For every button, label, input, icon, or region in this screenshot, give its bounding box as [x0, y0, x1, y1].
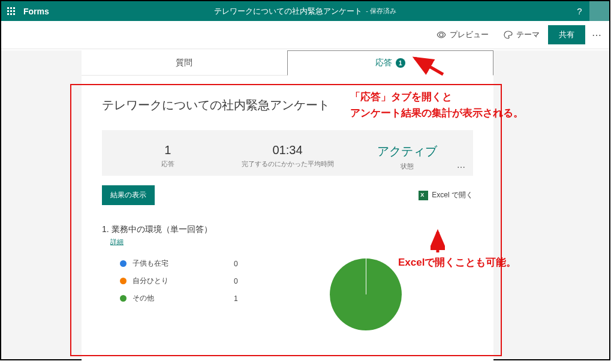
swatch-icon: [120, 295, 127, 302]
stat-responses: 1 応答: [108, 143, 228, 171]
share-button[interactable]: 共有: [548, 25, 585, 44]
stat-status-label: 状態: [347, 162, 467, 171]
stat-avg-time-value: 01:34: [228, 143, 348, 157]
pie-chart: [258, 258, 473, 330]
app-name[interactable]: Forms: [23, 7, 49, 16]
toolbar: プレビュー テーマ 共有 ⋯: [1, 21, 609, 49]
help-icon[interactable]: ?: [570, 1, 589, 21]
preview-label: プレビュー: [450, 29, 489, 40]
stat-responses-value: 1: [108, 143, 228, 157]
legend-label: その他: [133, 293, 234, 303]
chart-legend: 子供も在宅 0 自分ひとり 0 その他 1: [102, 258, 258, 330]
more-icon[interactable]: ⋯: [588, 26, 606, 44]
form-title: テレワークについての社内緊急アンケート: [102, 97, 473, 113]
legend-value: 1: [234, 294, 258, 303]
legend-item-1: 自分ひとり 0: [120, 276, 258, 286]
tab-questions[interactable]: 質問: [82, 50, 287, 75]
canvas-background: 質問 応答 1 テレワークについての社内緊急アンケート 1 応答: [1, 50, 609, 359]
stat-avg-time-label: 完了するのにかかった平均時間: [228, 160, 348, 169]
stat-status: アクティブ 状態: [347, 143, 467, 171]
app-header: Forms テレワークについての社内緊急アンケート - 保存済み ?: [1, 1, 609, 21]
stat-avg-time: 01:34 完了するのにかかった平均時間: [228, 143, 348, 171]
open-in-excel-button[interactable]: Excel で開く: [419, 190, 473, 200]
legend-label: 子供も在宅: [133, 258, 234, 269]
legend-item-0: 子供も在宅 0: [120, 258, 258, 269]
open-in-excel-label: Excel で開く: [432, 190, 473, 200]
eye-icon: [437, 31, 446, 38]
stat-responses-label: 応答: [108, 160, 228, 169]
doc-title[interactable]: テレワークについての社内緊急アンケート: [214, 6, 362, 17]
tabs: 質問 応答 1: [82, 50, 493, 76]
pie-slice-other: [330, 258, 402, 330]
legend-value: 0: [234, 260, 258, 268]
legend-value: 0: [234, 277, 258, 285]
question-1: 1. 業務中の環境（単一回答） 詳細 子供も在宅 0 自分ひとり: [102, 224, 473, 330]
doc-title-wrap: テレワークについての社内緊急アンケート - 保存済み: [214, 6, 396, 17]
user-avatar[interactable]: [589, 1, 609, 21]
legend-label: 自分ひとり: [133, 276, 234, 286]
theme-button[interactable]: テーマ: [497, 26, 546, 44]
swatch-icon: [120, 260, 127, 267]
screenshot-frame: Forms テレワークについての社内緊急アンケート - 保存済み ? プレビュー…: [0, 0, 610, 360]
palette-icon: [503, 31, 513, 39]
tab-questions-label: 質問: [176, 58, 192, 68]
tab-responses-label: 応答: [375, 58, 392, 68]
app-launcher-icon[interactable]: [1, 1, 21, 21]
doc-save-status: - 保存済み: [366, 7, 396, 16]
form-card: 質問 応答 1 テレワークについての社内緊急アンケート 1 応答: [82, 50, 493, 362]
question-1-title: 1. 業務中の環境（単一回答）: [102, 224, 473, 235]
theme-label: テーマ: [516, 29, 540, 40]
legend-item-2: その他 1: [120, 293, 258, 303]
stat-status-value: アクティブ: [347, 143, 467, 160]
swatch-icon: [120, 278, 127, 284]
preview-button[interactable]: プレビュー: [431, 26, 495, 44]
question-1-detail-link[interactable]: 詳細: [110, 237, 124, 246]
tab-responses[interactable]: 応答 1: [287, 50, 494, 76]
stats-more-icon[interactable]: ⋯: [457, 163, 466, 172]
responses-count-badge: 1: [396, 58, 405, 68]
view-results-button[interactable]: 結果の表示: [102, 185, 155, 205]
stats-card: 1 応答 01:34 完了するのにかかった平均時間 アクティブ 状態 ⋯: [102, 130, 473, 176]
excel-icon: [419, 191, 428, 200]
